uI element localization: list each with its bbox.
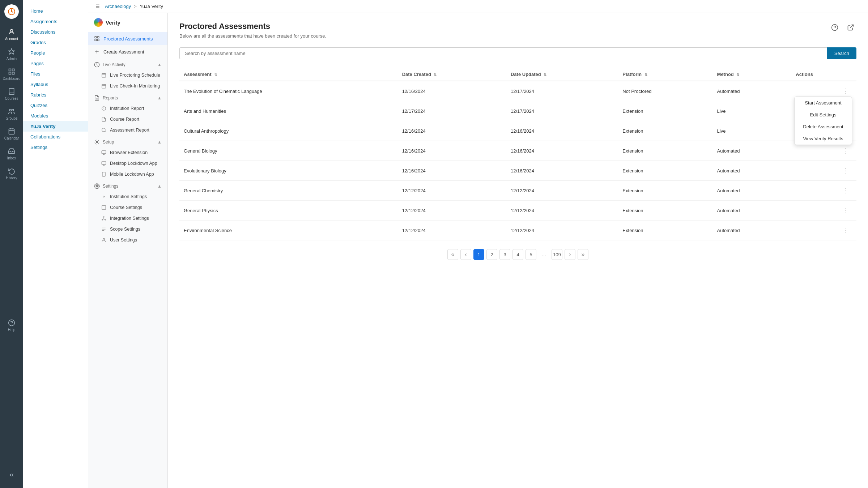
page-4-button[interactable]: 4 (512, 249, 523, 260)
vs-section-settings[interactable]: Settings ▲ (88, 180, 167, 191)
nav-item-history[interactable]: History (0, 164, 23, 184)
help-icon-button[interactable] (829, 22, 841, 34)
sidebar-item-pages[interactable]: Pages (23, 58, 88, 69)
sidebar-item-grades[interactable]: Grades (23, 37, 88, 48)
menu-icon[interactable]: ☰ (95, 4, 100, 9)
nav-item-groups[interactable]: Groups (0, 104, 23, 124)
svg-rect-5 (12, 72, 14, 74)
vs-sub-integration-settings[interactable]: Integration Settings (88, 213, 167, 224)
page-next-button[interactable]: › (565, 249, 575, 260)
actions-button-5[interactable]: ⋮ (840, 185, 852, 196)
vs-sub-course-settings[interactable]: Course Settings (88, 202, 167, 213)
col-header-platform[interactable]: Platform ⇅ (618, 68, 712, 81)
sidebar-item-modules[interactable]: Modules (23, 111, 88, 121)
vs-sub-browser-extension[interactable]: Browser Extension (88, 147, 167, 158)
vs-sub-mobile-lockdown-app[interactable]: Mobile Lockdown App (88, 169, 167, 180)
vs-sub-institution-report[interactable]: Institution Report (88, 103, 167, 114)
cell-method-6: Automated (713, 201, 792, 221)
col-header-method[interactable]: Method ⇅ (713, 68, 792, 81)
page-2-button[interactable]: 2 (486, 249, 497, 260)
page-title: Proctored Assessments (179, 22, 326, 31)
cell-date-updated-7: 12/12/2024 (506, 221, 618, 240)
page-prev-button[interactable]: ‹ (460, 249, 471, 260)
page-1-button[interactable]: 1 (473, 249, 484, 260)
svg-rect-40 (102, 162, 106, 164)
actions-button-0[interactable]: ⋮ Start AssessmentEdit SettingsDelete As… (840, 86, 852, 97)
breadcrumb-separator: > (134, 4, 137, 9)
sidebar-item-home[interactable]: Home (23, 6, 88, 16)
dropdown-item-2[interactable]: Delete Assessment (795, 121, 852, 133)
vs-section-setup[interactable]: Setup ▲ (88, 136, 167, 147)
vs-sub-course-report[interactable]: Course Report (88, 114, 167, 125)
vs-label-institution-report: Institution Report (110, 106, 144, 111)
sidebar-item-collaborations[interactable]: Collaborations (23, 132, 88, 142)
sidebar-item-files[interactable]: Files (23, 69, 88, 79)
vs-section-live-activity[interactable]: Live Activity ▲ (88, 58, 167, 70)
dropdown-item-1[interactable]: Edit Settings (795, 109, 852, 121)
vs-sub-institution-settings[interactable]: Institution Settings (88, 191, 167, 202)
table-row: General Biology 12/16/2024 12/16/2024 Ex… (179, 141, 856, 161)
sort-icon-method: ⇅ (736, 73, 739, 77)
svg-point-7 (12, 109, 14, 111)
sidebar-item-yuja-verity[interactable]: YuJa Verity (23, 121, 88, 132)
col-header-date-created[interactable]: Date Created ⇅ (398, 68, 506, 81)
vs-sub-desktop-lockdown-app[interactable]: Desktop Lockdown App (88, 158, 167, 169)
page-3-button[interactable]: 3 (499, 249, 510, 260)
nav-item-inbox[interactable]: Inbox (0, 144, 23, 164)
nav-collapse-button[interactable] (4, 467, 19, 484)
svg-point-45 (96, 185, 98, 187)
sidebar-item-rubrics[interactable]: Rubrics (23, 90, 88, 100)
sidebar-item-assignments[interactable]: Assignments (23, 16, 88, 27)
export-icon-button[interactable] (845, 22, 856, 34)
verity-sidebar: Verity Proctored Assessments Create Asse… (88, 13, 168, 488)
vs-label-institution-settings: Institution Settings (110, 194, 147, 199)
dropdown-item-3[interactable]: View Verity Results (795, 133, 852, 145)
vs-sub-user-settings[interactable]: User Settings (88, 235, 167, 245)
sort-icon-date-updated: ⇅ (544, 73, 546, 77)
table-row: General Chemistry 12/12/2024 12/12/2024 … (179, 181, 856, 201)
breadcrumb-root[interactable]: Archaeology (105, 4, 131, 9)
cell-platform-7: Extension (618, 221, 712, 240)
sidebar-item-discussions[interactable]: Discussions (23, 27, 88, 37)
col-header-assessment[interactable]: Assessment ⇅ (179, 68, 398, 81)
sidebar-item-syllabus[interactable]: Syllabus (23, 79, 88, 90)
page-first-button[interactable]: « (447, 249, 458, 260)
sidebar-item-people[interactable]: People (23, 48, 88, 58)
nav-rail: Account Admin Dashboard Courses Groups C… (0, 0, 23, 488)
search-input[interactable] (179, 47, 827, 59)
nav-item-admin[interactable]: Admin (0, 44, 23, 64)
nav-item-dashboard[interactable]: Dashboard (0, 64, 23, 84)
vs-section-reports[interactable]: Reports ▲ (88, 91, 167, 103)
actions-button-6[interactable]: ⋮ (840, 205, 852, 216)
vs-item-create-assessment[interactable]: Create Assessment (88, 45, 167, 58)
vs-label-settings: Settings (103, 184, 118, 189)
vs-item-proctored-assessments[interactable]: Proctored Assessments (88, 32, 167, 45)
actions-button-4[interactable]: ⋮ (840, 165, 852, 176)
nav-item-calendar[interactable]: Calendar (0, 124, 23, 144)
dropdown-item-0[interactable]: Start Assessment (795, 97, 852, 109)
vs-sub-live-proctoring-schedule[interactable]: Live Proctoring Schedule (88, 70, 167, 81)
sidebar-item-settings[interactable]: Settings (23, 142, 88, 153)
page-last-page-button[interactable]: 109 (552, 249, 562, 260)
nav-item-help[interactable]: Help (0, 316, 23, 335)
svg-point-6 (9, 109, 11, 111)
nav-item-account[interactable]: Account (0, 25, 23, 44)
actions-button-3[interactable]: ⋮ (840, 145, 852, 156)
verity-header: Verity (88, 13, 167, 32)
col-header-date-updated[interactable]: Date Updated ⇅ (506, 68, 618, 81)
cell-platform-3: Extension (618, 141, 712, 161)
cell-date-created-5: 12/12/2024 (398, 181, 506, 201)
vs-sub-live-checkin-monitoring[interactable]: Live Check-In Monitoring (88, 81, 167, 91)
vs-sub-assessment-report[interactable]: Assessment Report (88, 125, 167, 136)
page-last-button[interactable]: » (578, 249, 588, 260)
table-row: The Evolution of Cinematic Language 12/1… (179, 81, 856, 101)
search-button[interactable]: Search (827, 47, 856, 59)
actions-button-7[interactable]: ⋮ (840, 225, 852, 236)
page-5-button[interactable]: 5 (526, 249, 536, 260)
nav-item-courses[interactable]: Courses (0, 84, 23, 104)
sidebar-item-quizzes[interactable]: Quizzes (23, 100, 88, 111)
vs-sub-scope-settings[interactable]: Scope Settings (88, 224, 167, 235)
cell-date-created-3: 12/16/2024 (398, 141, 506, 161)
vs-chevron-settings: ▲ (157, 184, 162, 189)
vs-chevron-setup: ▲ (157, 140, 162, 145)
